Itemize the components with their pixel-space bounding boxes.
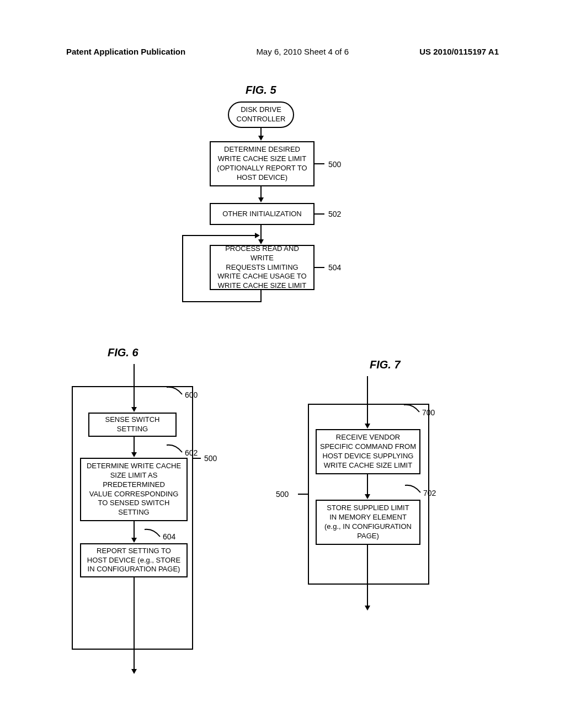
fig7-ref-702: 702 [423,489,436,497]
fig7-ref-500: 500 [276,490,289,499]
fig5-box-500-text: DETERMINE DESIRED WRITE CACHE SIZE LIMIT… [217,145,307,183]
fig5-start-text: DISK DRIVE CONTROLLER [237,105,286,124]
fig6-ref-500: 500 [204,454,217,463]
fig7-box-702: STORE SUPPLIED LIMIT IN MEMORY ELEMENT (… [316,500,420,545]
fig7-title: FIG. 7 [370,358,401,371]
fig5-title: FIG. 5 [246,84,276,97]
fig5-box-502: OTHER INITIALIZATION [210,203,315,225]
fig6-box-600: SENSE SWITCH SETTING [88,413,177,437]
fig5-ref-500: 500 [328,160,341,169]
fig6-box-604-text: REPORT SETTING TO HOST DEVICE (e.g., STO… [87,547,180,575]
fig7-ref-700: 700 [422,408,435,417]
fig6-box-604: REPORT SETTING TO HOST DEVICE (e.g., STO… [80,543,188,577]
fig5-start-box: DISK DRIVE CONTROLLER [228,101,294,128]
fig6-title: FIG. 6 [108,346,138,359]
header-center: May 6, 2010 Sheet 4 of 6 [256,47,349,56]
fig5-box-500: DETERMINE DESIRED WRITE CACHE SIZE LIMIT… [210,141,315,186]
fig6-ref-604-curve [143,528,166,539]
fig7-box-702-text: STORE SUPPLIED LIMIT IN MEMORY ELEMENT (… [324,504,412,541]
header-left: Patent Application Publication [66,47,185,56]
fig5-box-504-text: PROCESS READ AND WRITE REQUESTS LIMITING… [213,244,311,291]
fig6-ref-604: 604 [163,532,175,541]
header-right: US 2010/0115197 A1 [419,47,499,56]
fig7-box-700: RECEIVE VENDOR SPECIFIC COMMAND FROM HOS… [316,429,420,474]
fig6-box-602-text: DETERMINE WRITE CACHE SIZE LIMIT AS PRED… [87,462,181,517]
fig7-ref-700-curve [403,404,425,415]
fig6-ref-602-curve [166,444,188,455]
fig6-box-602: DETERMINE WRITE CACHE SIZE LIMIT AS PRED… [80,458,188,521]
fig7-box-700-text: RECEIVE VENDOR SPECIFIC COMMAND FROM HOS… [320,433,416,470]
fig6-ref-600-curve [166,386,188,397]
fig7-ref-702-curve [404,484,426,495]
fig5-ref-502: 502 [328,210,341,218]
fig6-box-600-text: SENSE SWITCH SETTING [105,415,160,434]
fig6-ref-600: 600 [185,390,198,399]
fig6-ref-602: 602 [185,448,198,457]
fig5-box-502-text: OTHER INITIALIZATION [222,210,302,219]
fig5-ref-504: 504 [328,263,341,272]
fig5-box-504: PROCESS READ AND WRITE REQUESTS LIMITING… [210,245,315,290]
